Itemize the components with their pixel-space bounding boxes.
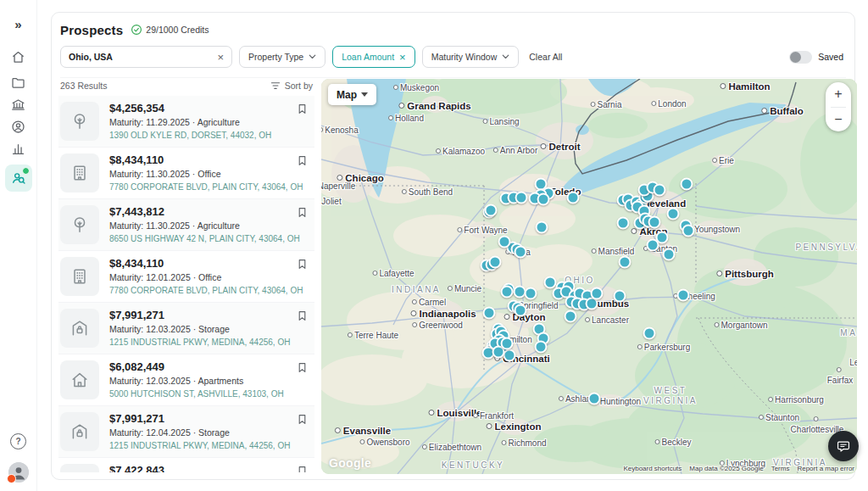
loan-amount: $6,082,449 [109,360,284,373]
maturity-info: Maturity: 11.30.2025 · Office [109,169,303,179]
filter-chip-maturity-window[interactable]: Maturity Window [422,46,520,68]
map-marker[interactable] [591,287,604,300]
map-marker[interactable] [501,338,514,350]
user-avatar[interactable] [8,462,29,483]
list-item[interactable]: $8,434,110 Maturity: 11.30.2025 · Office… [58,148,314,199]
map-type-label: Map [337,89,357,101]
map-marker[interactable] [643,327,656,340]
map-marker[interactable] [667,208,680,220]
clear-all-button[interactable]: Clear All [529,52,562,62]
map-marker[interactable] [565,310,577,323]
sidebar-expand-button[interactable]: » [6,14,31,34]
credits-badge: 29/1000 Credits [131,24,209,36]
list-item[interactable]: $6,082,449 Maturity: 12.03.2025 · Apartm… [58,354,314,406]
results-pane: 263 Results Sort by $4,256,354 Maturity:… [58,77,314,472]
bookmark-icon[interactable] [296,465,309,472]
saved-toggle[interactable] [789,51,812,64]
map-marker[interactable] [483,307,496,320]
page-title: Prospects [60,23,123,37]
sidebar-item-institution[interactable] [6,93,31,115]
map-canvas[interactable]: MuskegonGrand RapidsHollandLansingKenosh… [321,79,857,474]
list-item[interactable]: $4,256,354 Maturity: 11.29.2025 · Agricu… [58,96,314,148]
map-marker[interactable] [515,192,528,204]
terms-link[interactable]: Terms [771,465,790,472]
map-marker[interactable] [617,217,630,230]
property-address: 5000 HUTCHISON ST, ASHVILLE, 43103, OH [109,389,284,399]
property-address: 1215 INDUSTRIAL PKWY, MEDINA, 44256, OH [109,338,290,348]
maturity-info: Maturity: 12.01.2025 · Office [109,272,303,282]
property-address: 1215 INDUSTRIAL PKWY, MEDINA, 44256, OH [109,441,290,451]
list-item[interactable]: $7,443,812 Maturity: 11.30.2025 · Agricu… [58,199,314,251]
bookmark-icon[interactable] [296,206,309,222]
list-item[interactable]: $7,991,271 Maturity: 12.04.2025 · Storag… [58,406,314,458]
map-marker[interactable] [525,287,537,300]
list-item[interactable]: $7,422,843 [58,458,314,472]
bookmark-icon[interactable] [296,258,309,274]
clear-search-icon[interactable]: × [217,52,224,63]
chevron-down-icon [502,54,509,59]
map-marker[interactable] [681,178,693,191]
folder-icon [10,75,26,91]
map-markers [321,79,857,474]
sort-by-button[interactable]: Sort by [270,81,313,91]
map-marker[interactable] [537,193,550,206]
map-marker[interactable] [504,349,516,362]
sidebar-item-contacts[interactable] [6,115,31,137]
sidebar-item-home[interactable] [6,46,31,68]
google-logo[interactable]: Google [329,456,371,470]
loan-amount: $7,991,271 [109,412,290,425]
maturity-info: Maturity: 12.04.2025 · Storage [109,427,290,438]
map-marker[interactable] [648,216,661,229]
sidebar-item-analytics[interactable] [6,137,31,159]
map-marker[interactable] [619,256,632,269]
property-address: 7780 CORPORATE BLVD, PLAIN CITY, 43064, … [109,182,303,192]
property-type-icon [60,464,99,472]
property-address: 8650 US HIGHWAY 42 N, PLAIN CITY, 43064,… [109,234,300,244]
filter-chip-loan-amount[interactable]: Loan Amount × [332,46,415,68]
bookmark-icon[interactable] [296,154,309,170]
map-marker[interactable] [489,256,502,269]
map-marker[interactable] [663,248,676,261]
bookmark-icon[interactable] [296,310,309,326]
map-marker[interactable] [567,192,580,204]
remove-filter-icon[interactable]: × [399,52,406,63]
filter-chip-property-type[interactable]: Property Type [239,46,326,68]
map-marker[interactable] [544,276,557,289]
report-error-link[interactable]: Report a map error [797,465,854,472]
map-marker[interactable] [485,204,498,217]
help-button[interactable]: ? [6,430,31,452]
map-marker[interactable] [498,236,511,248]
map-marker[interactable] [682,225,695,237]
zoom-out-button[interactable]: − [826,108,851,132]
results-list: $4,256,354 Maturity: 11.29.2025 · Agricu… [58,96,314,472]
zoom-in-button[interactable]: + [826,82,851,107]
map-marker[interactable] [588,393,601,405]
bookmark-icon[interactable] [296,103,309,119]
map-marker[interactable] [501,286,514,299]
list-item[interactable]: $8,434,110 Maturity: 12.01.2025 · Office… [58,251,314,303]
map-marker[interactable] [535,341,548,354]
map-marker[interactable] [677,289,690,302]
bookmark-icon[interactable] [296,413,309,429]
map-marker[interactable] [654,184,666,197]
chip-label: Maturity Window [431,52,498,62]
bookmark-icon[interactable] [296,361,309,377]
list-item[interactable]: $7,991,271 Maturity: 12.03.2025 · Storag… [58,303,314,354]
map-marker[interactable] [614,290,626,303]
keyboard-shortcuts-link[interactable]: Keyboard shortcuts [623,465,682,472]
sidebar-item-prospects[interactable] [5,165,32,192]
map-marker[interactable] [515,304,527,317]
chat-button[interactable] [828,431,859,461]
map-marker[interactable] [536,221,548,234]
property-type-icon [60,153,99,192]
map-marker[interactable] [515,246,527,259]
sidebar-item-folders[interactable] [6,71,31,93]
map-attribution: Keyboard shortcuts Map data ©2025 Google… [623,465,854,472]
map-type-button[interactable]: Map [328,84,376,105]
home-icon [10,49,26,65]
location-search[interactable]: × [60,46,232,68]
maturity-info: Maturity: 12.03.2025 · Storage [109,324,290,334]
search-input[interactable] [69,52,217,62]
map-marker[interactable] [647,239,659,252]
dropdown-arrow-icon [361,92,368,97]
